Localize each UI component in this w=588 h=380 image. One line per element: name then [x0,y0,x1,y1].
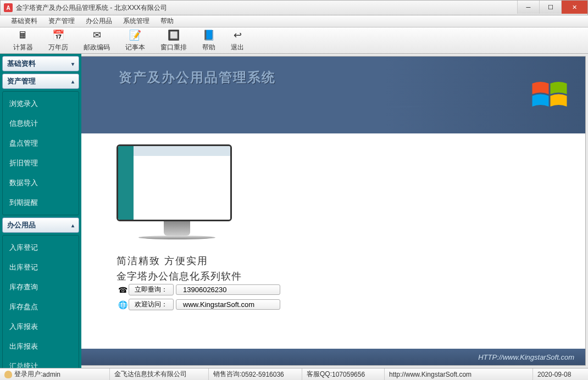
tool-postal[interactable]: ✉邮政编码 [76,29,118,52]
sidebar-item-data-import[interactable]: 数据导入 [3,173,79,193]
banner-footer: HTTP://www.KingstarSoft.com [81,349,585,365]
status-url[interactable]: http://www.KingstarSoft.com [385,368,533,380]
slogan-block: 简洁精致 方便实用 金字塔办公信息化系列软件 [117,254,242,283]
chevron-up-icon: ▴ [71,79,74,85]
slogan-line-2: 金字塔办公信息化系列软件 [117,270,242,283]
tool-help[interactable]: 📘帮助 [195,29,223,52]
notepad-icon: 📝 [129,29,142,42]
sidebar-item-expiry-remind[interactable]: 到期提醒 [3,193,79,213]
tool-label: 退出 [231,43,244,52]
status-service: 客服QQ: 107059656 [302,368,385,380]
tool-calculator[interactable]: 🖩计算器 [5,29,41,52]
sidebar-item-stock-out[interactable]: 出库登记 [3,258,79,277]
status-service-value: 107059656 [332,371,365,378]
tool-label: 窗口重排 [160,43,187,52]
menubar: 基础资料 资产管理 办公用品 系统管理 帮助 [0,15,588,27]
calendar-icon: 📅 [52,29,65,42]
window-title: 金字塔资产及办公用品管理系统 - 北京XXX有限公司 [16,3,167,13]
sidebar-group-title: 基础资料 [7,59,36,69]
tool-exit[interactable]: ↩退出 [223,29,252,52]
calculator-icon: 🖩 [16,29,30,42]
status-user: 登录用户: admin [0,368,110,380]
app-icon: A [4,3,13,12]
banner-title: 资产及办公用品管理系统 [119,69,276,86]
status-sales: 销售咨询: 0592-5916036 [209,368,302,380]
status-user-label: 登录用户: [14,370,42,379]
status-sales-value: 0592-5916036 [241,371,284,378]
status-company: 金飞达信息技术有限公司 [110,368,209,380]
slogan-line-1: 简洁精致 方便实用 [117,254,242,267]
contact-web-row: 🌐 欢迎访问： www.KingstarSoft.com [117,299,280,310]
sidebar-item-out-report[interactable]: 出库报表 [3,337,79,356]
statusbar: 登录用户: admin 金飞达信息技术有限公司 销售咨询: 0592-59160… [0,368,588,380]
close-button[interactable]: ✕ [561,1,587,14]
menu-help[interactable]: 帮助 [155,16,179,26]
tool-label: 帮助 [202,43,215,52]
monitor-illustration [117,144,237,254]
status-user-value: admin [42,371,60,378]
titlebar: A 金字塔资产及办公用品管理系统 - 北京XXX有限公司 ─ ☐ ✕ [0,0,588,15]
chevron-up-icon: ▴ [71,222,74,228]
sidebar-group-basic[interactable]: 基础资料 ▾ [2,56,79,71]
tool-label: 邮政编码 [84,43,110,52]
sidebar: 基础资料 ▾ 资产管理 ▴ 浏览录入 信息统计 盘点管理 折旧管理 数据导入 到… [0,54,81,368]
sidebar-item-summary[interactable]: 汇总统计 [3,356,79,368]
sidebar-item-stock-in[interactable]: 入库登记 [3,238,79,258]
menu-basic-data[interactable]: 基础资料 [5,16,43,26]
sidebar-group-title: 办公用品 [7,220,36,230]
banner-footer-url: HTTP://www.KingstarSoft.com [478,353,574,361]
contact-web-label: 欢迎访问： [129,299,174,310]
sidebar-item-depreciation[interactable]: 折旧管理 [3,153,79,173]
sidebar-group-office[interactable]: 办公用品 ▴ [2,217,79,233]
contact-web-value[interactable]: www.KingstarSoft.com [176,299,280,310]
toolbar: 🖩计算器 📅万年历 ✉邮政编码 📝记事本 🔲窗口重排 📘帮助 ↩退出 [0,27,588,54]
globe-icon: 🌐 [117,300,129,309]
exit-icon: ↩ [231,29,244,42]
status-service-label: 客服QQ: [307,370,332,379]
phone-icon: ☎ [117,286,129,294]
sidebar-item-info-stats[interactable]: 信息统计 [3,114,79,133]
chevron-down-icon: ▾ [71,61,74,67]
menu-office-supplies[interactable]: 办公用品 [80,16,118,26]
contact-phone-label: 立即垂询： [129,284,174,295]
help-icon: 📘 [202,29,215,42]
tool-notepad[interactable]: 📝记事本 [118,29,153,52]
sidebar-group-title: 资产管理 [7,76,36,86]
mail-icon: ✉ [90,29,103,42]
sidebar-item-stock-query[interactable]: 库存查询 [3,277,79,297]
menu-system-mgmt[interactable]: 系统管理 [118,16,155,26]
sidebar-item-browse-entry[interactable]: 浏览录入 [3,94,79,114]
tool-label: 万年历 [48,43,68,52]
status-sales-label: 销售咨询: [213,370,241,379]
user-icon [4,371,12,378]
sidebar-item-in-report[interactable]: 入库报表 [3,317,79,337]
sidebar-group-asset[interactable]: 资产管理 ▴ [2,74,79,89]
tool-label: 计算器 [13,43,33,52]
tool-window-arrange[interactable]: 🔲窗口重排 [153,29,195,52]
contact-phone-row: ☎ 立即垂询： 13906026230 [117,284,280,295]
sidebar-item-inventory-mgmt[interactable]: 盘点管理 [3,133,79,153]
window-icon: 🔲 [167,29,180,42]
minimize-button[interactable]: ─ [517,1,539,14]
status-date: 2020-09-08 [533,368,588,380]
menu-asset-mgmt[interactable]: 资产管理 [43,16,80,26]
tool-calendar[interactable]: 📅万年历 [41,29,76,52]
maximize-button[interactable]: ☐ [539,1,561,14]
tool-label: 记事本 [125,43,145,52]
main-content: 资产及办公用品管理系统 简洁精致 方便实用 金字塔办公信息化系列软件 ☎ [81,56,586,366]
sidebar-item-stock-check[interactable]: 库存盘点 [3,297,79,317]
contact-phone-value: 13906026230 [176,284,280,295]
